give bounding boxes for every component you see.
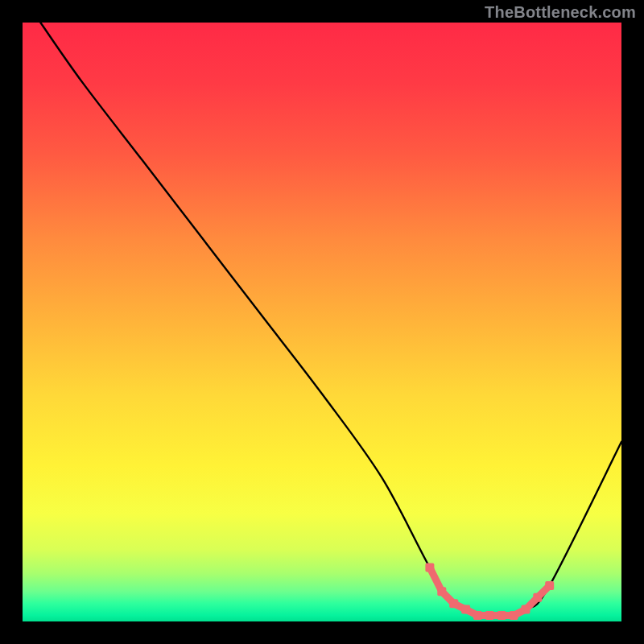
optimal-marker xyxy=(437,587,446,596)
optimal-marker xyxy=(485,611,494,620)
optimal-marker xyxy=(522,605,530,614)
optimal-marker xyxy=(497,611,506,620)
chart-frame: TheBottleneck.com xyxy=(0,0,644,644)
optimal-marker-band xyxy=(425,564,554,621)
plot-area xyxy=(23,23,621,621)
optimal-marker xyxy=(473,611,482,620)
optimal-marker xyxy=(533,593,542,602)
optimal-marker xyxy=(461,605,470,614)
watermark-text: TheBottleneck.com xyxy=(485,3,636,22)
optimal-band-line xyxy=(430,568,550,616)
optimal-marker xyxy=(449,599,458,608)
chart-svg xyxy=(23,23,621,621)
optimal-marker xyxy=(545,581,554,590)
optimal-marker xyxy=(425,564,434,572)
curve-line xyxy=(40,23,621,617)
optimal-marker xyxy=(510,611,518,620)
